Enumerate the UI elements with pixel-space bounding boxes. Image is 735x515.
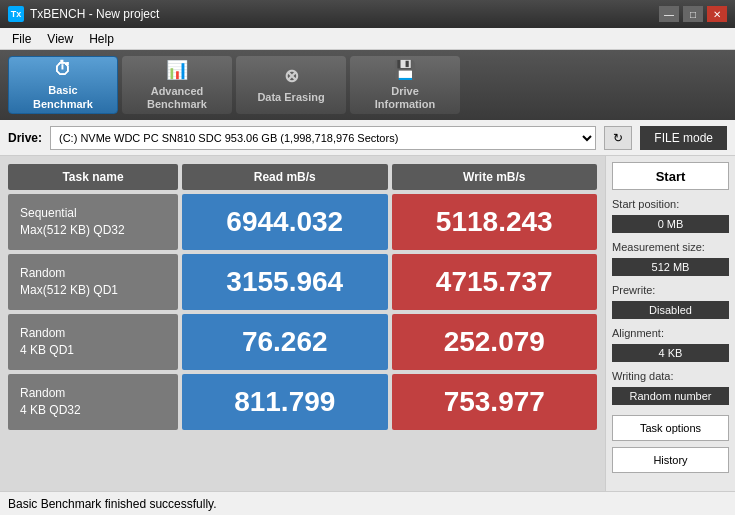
start-button[interactable]: Start [612,162,729,190]
right-panel: Start Start position: 0 MB Measurement s… [605,156,735,491]
file-mode-button[interactable]: FILE mode [640,126,727,150]
measurement-size-label: Measurement size: [612,241,729,253]
bench-row-3: Random4 KB QD1 76.262 252.079 [8,314,597,370]
row3-read: 76.262 [182,314,388,370]
title-bar: Tx TxBENCH - New project — □ ✕ [0,0,735,28]
measurement-size-value: 512 MB [612,258,729,276]
row4-label: Random4 KB QD32 [8,374,178,430]
toolbar-drive-information[interactable]: 💾 DriveInformation [350,56,460,114]
app-icon: Tx [8,6,24,22]
drive-information-label: DriveInformation [375,85,436,111]
menu-file[interactable]: File [4,30,39,48]
row1-read: 6944.032 [182,194,388,250]
maximize-button[interactable]: □ [683,6,703,22]
bench-header: Task name Read mB/s Write mB/s [8,164,597,190]
drive-label: Drive: [8,131,42,145]
bench-row-1: SequentialMax(512 KB) QD32 6944.032 5118… [8,194,597,250]
row3-label: Random4 KB QD1 [8,314,178,370]
window-title: TxBENCH - New project [30,7,659,21]
menu-view[interactable]: View [39,30,81,48]
basic-benchmark-label: BasicBenchmark [33,84,93,110]
menu-bar: File View Help [0,28,735,50]
prewrite-value: Disabled [612,301,729,319]
close-button[interactable]: ✕ [707,6,727,22]
row2-label: RandomMax(512 KB) QD1 [8,254,178,310]
toolbar-advanced-benchmark[interactable]: 📊 AdvancedBenchmark [122,56,232,114]
row4-write: 753.977 [392,374,598,430]
bench-row-2: RandomMax(512 KB) QD1 3155.964 4715.737 [8,254,597,310]
toolbar-data-erasing[interactable]: ⊗ Data Erasing [236,56,346,114]
row3-write: 252.079 [392,314,598,370]
table-area: Task name Read mB/s Write mB/s Sequentia… [0,156,605,491]
history-button[interactable]: History [612,447,729,473]
menu-help[interactable]: Help [81,30,122,48]
drive-select[interactable]: (C:) NVMe WDC PC SN810 SDC 953.06 GB (1,… [50,126,596,150]
toolbar: ⏱ BasicBenchmark 📊 AdvancedBenchmark ⊗ D… [0,50,735,120]
minimize-button[interactable]: — [659,6,679,22]
status-text: Basic Benchmark finished successfully. [8,497,217,511]
data-erasing-label: Data Erasing [257,91,324,104]
header-read: Read mB/s [182,164,388,190]
writing-data-value: Random number [612,387,729,405]
drive-information-icon: 💾 [394,59,416,81]
status-bar: Basic Benchmark finished successfully. [0,491,735,515]
advanced-benchmark-label: AdvancedBenchmark [147,85,207,111]
start-position-label: Start position: [612,198,729,210]
basic-benchmark-icon: ⏱ [54,59,72,80]
writing-data-label: Writing data: [612,370,729,382]
row2-write: 4715.737 [392,254,598,310]
start-position-value: 0 MB [612,215,729,233]
header-task-name: Task name [8,164,178,190]
header-write: Write mB/s [392,164,598,190]
row1-write: 5118.243 [392,194,598,250]
main-content: Task name Read mB/s Write mB/s Sequentia… [0,156,735,491]
bench-row-4: Random4 KB QD32 811.799 753.977 [8,374,597,430]
row1-label: SequentialMax(512 KB) QD32 [8,194,178,250]
alignment-label: Alignment: [612,327,729,339]
advanced-benchmark-icon: 📊 [166,59,188,81]
task-options-button[interactable]: Task options [612,415,729,441]
row4-read: 811.799 [182,374,388,430]
row2-read: 3155.964 [182,254,388,310]
drive-bar: Drive: (C:) NVMe WDC PC SN810 SDC 953.06… [0,120,735,156]
prewrite-label: Prewrite: [612,284,729,296]
alignment-value: 4 KB [612,344,729,362]
window-controls: — □ ✕ [659,6,727,22]
drive-refresh-button[interactable]: ↻ [604,126,632,150]
data-erasing-icon: ⊗ [284,65,299,87]
toolbar-basic-benchmark[interactable]: ⏱ BasicBenchmark [8,56,118,114]
